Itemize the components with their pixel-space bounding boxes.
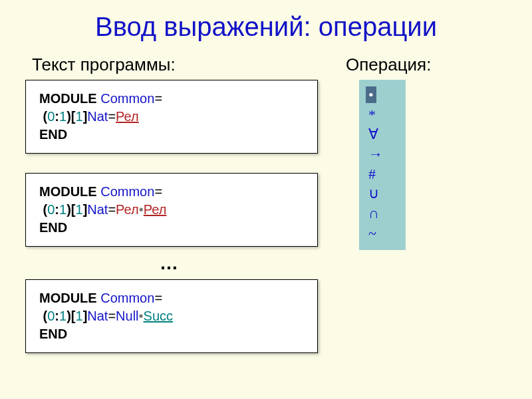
op-item-bullet[interactable]: • [368,85,398,105]
op-item-hash[interactable]: # [368,164,398,184]
code-line: END [39,219,307,237]
identifier-succ: Succ [144,309,173,323]
identifier-null: Null [116,309,138,323]
identifier-common: Common [97,291,155,305]
identifier-common: Common [97,184,155,199]
identifier-nat: Nat [87,109,108,124]
bullet-op: • [139,309,144,323]
num-one: 1 [59,309,66,323]
identifier-rel: Рел [116,202,139,217]
open-bracket: [ [71,202,76,217]
keyword-end: END [39,220,67,235]
slide-title: Ввод выражений: операции [0,0,532,42]
op-item-tilde[interactable]: ~ [368,223,398,243]
code-line: END [39,325,307,343]
op-item-intersect[interactable]: ∩ [368,203,398,223]
operations-list[interactable]: • * ∀ → # ∪ ∩ ~ [359,80,406,250]
code-line: END [39,126,307,144]
slide: Ввод выражений: операции Текст программы… [0,0,532,399]
operation-label: Операция: [346,55,431,75]
close-paren: ) [66,109,71,124]
keyword-module: MODULE [39,91,97,106]
equals: = [108,109,116,124]
num-zero: 0 [47,309,55,323]
close-paren: ) [66,309,71,323]
num-zero: 0 [47,202,55,217]
code-block-3: MODULE Common= (0:1)[1]Nat=Null•Succ END [25,279,318,353]
op-item-forall[interactable]: ∀ [368,124,398,144]
keyword-module: MODULE [39,291,97,305]
close-paren: ) [66,202,71,217]
open-bracket: [ [71,109,76,124]
num-one-b: 1 [76,309,83,323]
identifier-nat: Nat [87,309,108,323]
equals: = [108,202,116,217]
identifier-nat: Nat [87,202,108,217]
code-block-2: MODULE Common= (0:1)[1]Nat=Рел•Рел END [25,173,318,247]
identifier-rel: Рел [144,202,167,217]
op-item-star[interactable]: * [368,105,398,125]
code-line: MODULE Common= [39,183,307,201]
op-item-union[interactable]: ∪ [368,184,398,203]
identifier-rel: Рел [116,109,139,124]
num-one-b: 1 [76,109,83,124]
ellipsis: … [160,253,178,274]
code-line: (0:1)[1]Nat=Null•Succ [39,307,307,325]
keyword-end: END [39,127,67,142]
code-block-1: MODULE Common= (0:1)[1]Nat=Рел END [25,80,318,154]
identifier-common: Common [97,91,155,106]
bullet-op: • [139,202,144,217]
keyword-module: MODULE [39,184,97,199]
code-line: (0:1)[1]Nat=Рел [39,108,307,126]
open-bracket: [ [71,309,76,323]
equals: = [154,91,162,106]
equals: = [154,184,162,199]
program-text-label: Текст программы: [32,55,176,75]
keyword-end: END [39,327,67,341]
num-zero: 0 [47,109,55,124]
equals: = [154,291,162,305]
num-one: 1 [59,202,66,217]
code-line: MODULE Common= [39,289,307,307]
num-one-b: 1 [76,202,83,217]
equals: = [108,309,116,323]
op-item-arrow[interactable]: → [368,144,398,164]
code-line: (0:1)[1]Nat=Рел•Рел [39,201,307,219]
num-one: 1 [59,109,66,124]
code-line: MODULE Common= [39,90,307,108]
